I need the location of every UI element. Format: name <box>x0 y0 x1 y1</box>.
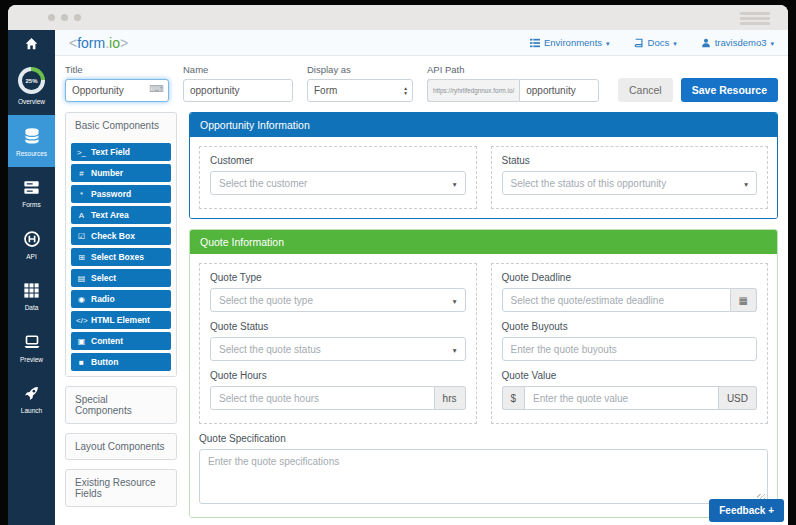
square-icon: ■ <box>76 358 87 367</box>
chevron-down-icon <box>606 37 610 48</box>
components-palette: Basic Components >_Text Field #Number *P… <box>65 112 177 516</box>
sidebar-item-label: Data <box>25 304 39 311</box>
component-radio[interactable]: ◉Radio <box>71 290 171 308</box>
rocket-icon <box>22 384 41 403</box>
sidebar-item-data[interactable]: Data <box>8 270 55 321</box>
component-select[interactable]: ▤Select <box>71 269 171 287</box>
sidebar-item-launch[interactable]: Launch <box>8 373 55 424</box>
sidebar-item-forms[interactable]: Forms <box>8 167 55 218</box>
user-icon <box>701 38 711 48</box>
component-password[interactable]: *Password <box>71 185 171 203</box>
component-select-boxes[interactable]: ⊞Select Boxes <box>71 248 171 266</box>
window-dot-icon[interactable] <box>74 14 81 21</box>
sidebar-item-label: Forms <box>22 201 40 208</box>
window-dot-icon[interactable] <box>48 14 55 21</box>
hours-suffix-addon: hrs <box>435 386 466 410</box>
api-path-input[interactable] <box>519 79 599 102</box>
logo-open-bracket: < <box>69 35 77 51</box>
save-resource-button[interactable]: Save Resource <box>681 78 778 102</box>
component-button[interactable]: ■Button <box>71 353 171 371</box>
component-content[interactable]: ▣Content <box>71 332 171 350</box>
nav-user-menu[interactable]: travisdemo3 <box>701 37 774 48</box>
nav-link-label: Docs <box>648 37 670 48</box>
sidebar-item-label: Resources <box>16 150 47 157</box>
form-canvas: Opportunity Information Customer Select … <box>189 112 778 525</box>
chevron-down-icon <box>744 178 748 189</box>
quote-buyouts-label: Quote Buyouts <box>502 321 758 332</box>
component-text-area[interactable]: AText Area <box>71 206 171 224</box>
plus-square-icon: ⊞ <box>76 253 87 262</box>
sidebar-item-home[interactable] <box>8 30 55 56</box>
status-select[interactable]: Select the status of this opportunity <box>502 171 758 195</box>
list-icon: ▤ <box>76 274 87 283</box>
quote-hours-input[interactable] <box>210 386 435 410</box>
book-icon <box>634 38 644 48</box>
quote-deadline-input[interactable] <box>502 288 731 312</box>
logo-close-bracket: > <box>120 35 128 51</box>
quote-status-select[interactable]: Select the quote status <box>210 337 466 361</box>
quote-specification-label: Quote Specification <box>199 433 768 444</box>
page-content: Title Name Display as Form <box>55 56 788 525</box>
nav-docs-menu[interactable]: Docs <box>634 37 677 48</box>
window-dot-icon[interactable] <box>61 14 68 21</box>
drop-column[interactable]: Status Select the status of this opportu… <box>491 146 769 209</box>
component-text-field[interactable]: >_Text Field <box>71 143 171 161</box>
special-components-header[interactable]: Special Components <box>66 387 176 423</box>
layout-components-header[interactable]: Layout Components <box>66 434 176 459</box>
calendar-icon <box>739 295 748 306</box>
hash-icon: # <box>76 169 87 178</box>
api-path-label: API Path <box>427 64 599 75</box>
window-control-dots[interactable] <box>48 14 81 21</box>
form-settings-bar: Title Name Display as Form <box>65 64 778 102</box>
sidebar-item-label: Launch <box>21 407 42 414</box>
drop-column[interactable]: Customer Select the customer <box>199 146 477 209</box>
customer-label: Customer <box>210 155 466 166</box>
currency-suffix-addon: USD <box>719 386 757 410</box>
calendar-addon[interactable] <box>731 288 757 312</box>
existing-resource-fields-header[interactable]: Existing Resource Fields <box>66 470 176 506</box>
terminal-icon: >_ <box>76 148 87 157</box>
nav-environments-menu[interactable]: Environments <box>530 37 610 48</box>
display-as-select[interactable]: Form ▴▾ <box>307 79 413 102</box>
sidebar-item-resources[interactable]: Resources <box>8 115 55 167</box>
cancel-button[interactable]: Cancel <box>618 78 673 102</box>
component-check-box[interactable]: ☑Check Box <box>71 227 171 245</box>
nav-link-label: travisdemo3 <box>715 37 767 48</box>
basic-components-header[interactable]: Basic Components <box>66 113 176 138</box>
quote-type-label: Quote Type <box>210 272 466 283</box>
table-icon <box>22 281 41 300</box>
component-html-element[interactable]: </>HTML Element <box>71 311 171 329</box>
name-input[interactable] <box>183 79 293 102</box>
keyboard-icon[interactable] <box>150 84 164 94</box>
display-as-label: Display as <box>307 64 413 75</box>
drop-column[interactable]: Quote Type Select the quote type Quote S… <box>199 263 477 424</box>
quote-specification-textarea[interactable] <box>199 449 768 504</box>
quote-type-select[interactable]: Select the quote type <box>210 288 466 312</box>
title-field-label: Title <box>65 64 169 75</box>
select-placeholder: Select the quote type <box>219 295 313 306</box>
quote-information-panel: Quote Information Quote Type Select the … <box>189 229 778 518</box>
browser-chrome <box>8 5 788 30</box>
nav-link-label: Environments <box>544 37 602 48</box>
drop-column[interactable]: Quote Deadline Quote Buyouts <box>491 263 769 424</box>
api-path-prefix: https://ryhrlifedgnnux.form.io/ <box>427 79 519 102</box>
sidebar-item-api[interactable]: API <box>8 218 55 270</box>
hamburger-menu-icon[interactable] <box>740 12 770 25</box>
panel-title: Opportunity Information <box>190 113 777 137</box>
customer-select[interactable]: Select the customer <box>210 171 466 195</box>
progress-percent: 25% <box>22 71 41 90</box>
formio-logo[interactable]: <form.io> <box>69 35 128 51</box>
quote-value-input[interactable] <box>524 386 719 410</box>
component-number[interactable]: #Number <box>71 164 171 182</box>
name-field-label: Name <box>183 64 293 75</box>
sidebar-item-overview[interactable]: 25% Overview <box>8 56 55 115</box>
select-placeholder: Select the quote status <box>219 344 321 355</box>
grid-icon <box>530 38 540 48</box>
status-label: Status <box>502 155 758 166</box>
sidebar-item-preview[interactable]: Preview <box>8 321 55 373</box>
font-icon: A <box>76 211 87 220</box>
home-icon <box>24 36 39 51</box>
logo-name: form <box>77 35 105 51</box>
feedback-button[interactable]: Feedback + <box>709 499 784 522</box>
quote-buyouts-input[interactable] <box>502 337 758 361</box>
